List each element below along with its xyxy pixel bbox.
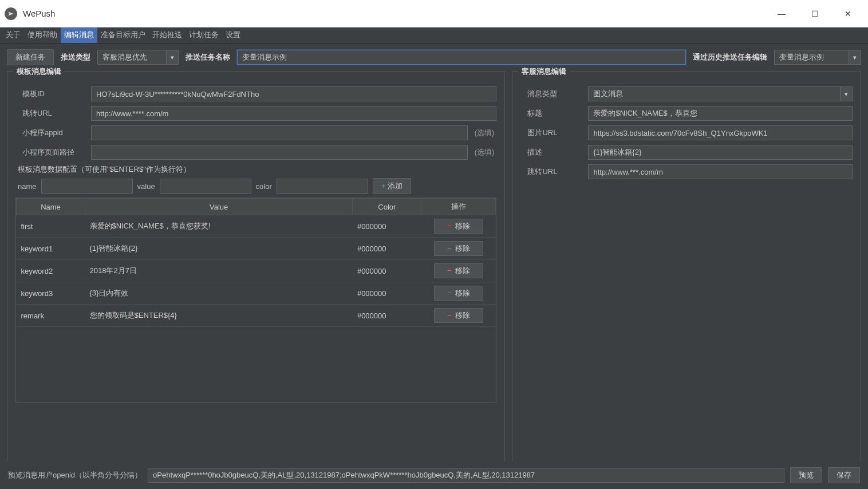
- cell-color: #000000: [353, 238, 421, 260]
- window-title: WePush: [23, 9, 55, 18]
- app-logo-icon: [5, 7, 17, 20]
- menu-settings[interactable]: 设置: [222, 27, 244, 43]
- cell-color: #000000: [353, 260, 421, 282]
- toolbar: 新建任务 推送类型 客服消息优先 推送任务名称 通过历史推送任务编辑 变量消息示…: [0, 44, 868, 71]
- template-id-label: 模板ID: [15, 89, 86, 99]
- chevron-down-icon[interactable]: [840, 86, 853, 101]
- cell-name: keyword2: [17, 260, 85, 282]
- pic-url-label: 图片URL: [520, 128, 583, 138]
- msg-type-label: 消息类型: [520, 89, 583, 99]
- remove-button[interactable]: −移除: [434, 308, 483, 323]
- remove-button[interactable]: −移除: [434, 286, 483, 301]
- add-button-label: 添加: [388, 182, 403, 190]
- table-row[interactable]: first亲爱的$NICK_NAME$，恭喜您获奖!#000000−移除: [17, 215, 496, 238]
- jump-url-label: 跳转URL: [15, 108, 86, 119]
- history-label: 通过历史推送任务编辑: [693, 52, 767, 62]
- optional-hint: (选填): [472, 128, 497, 138]
- desc-label: 描述: [520, 147, 583, 157]
- task-name-label: 推送任务名称: [186, 52, 230, 62]
- cell-name: first: [17, 215, 85, 238]
- optional-hint-2: (选填): [472, 147, 497, 157]
- remove-button[interactable]: −移除: [434, 263, 483, 278]
- task-name-input[interactable]: [237, 50, 686, 65]
- titlebar: WePush — ☐ ✕: [0, 0, 868, 27]
- minus-icon: −: [447, 266, 452, 275]
- history-value: 变量消息示例: [774, 50, 849, 65]
- chevron-down-icon[interactable]: [166, 50, 179, 65]
- menu-about[interactable]: 关于: [2, 27, 24, 43]
- minus-icon: −: [447, 311, 452, 320]
- minus-icon: −: [447, 289, 452, 297]
- value-field-label: value: [135, 182, 157, 191]
- table-row[interactable]: keyword3{3}日内有效#000000−移除: [17, 282, 496, 305]
- minus-icon: −: [447, 244, 452, 253]
- cell-value: {1}智能冰箱{2}: [85, 238, 353, 260]
- save-button[interactable]: 保存: [828, 467, 860, 483]
- config-hint: 模板消息数据配置（可使用"$ENTER$"作为换行符）: [18, 164, 496, 175]
- color-field-label: color: [254, 182, 274, 191]
- mini-appid-label: 小程序appid: [15, 128, 86, 138]
- col-color: Color: [353, 199, 421, 215]
- kefu-jump-url-label: 跳转URL: [520, 167, 583, 177]
- kefu-panel-title: 客服消息编辑: [518, 66, 570, 77]
- add-button[interactable]: +添加: [373, 178, 412, 194]
- push-type-value: 客服消息优先: [97, 50, 166, 65]
- preview-openid-label: 预览消息用户openid（以半角分号分隔）: [8, 470, 142, 480]
- mini-path-label: 小程序页面路径: [15, 147, 86, 157]
- pic-url-input[interactable]: [588, 125, 853, 140]
- cell-name: keyword1: [17, 238, 85, 260]
- preview-openid-input[interactable]: [148, 468, 784, 483]
- cell-color: #000000: [353, 305, 421, 327]
- cell-value: {3}日内有效: [85, 282, 353, 305]
- minimize-button[interactable]: —: [766, 0, 797, 27]
- preview-button[interactable]: 预览: [790, 467, 822, 483]
- menu-help[interactable]: 使用帮助: [24, 27, 61, 43]
- name-field-label: name: [15, 182, 39, 191]
- desc-input[interactable]: [588, 145, 853, 160]
- cell-color: #000000: [353, 215, 421, 238]
- col-action: 操作: [421, 199, 496, 215]
- msg-type-select[interactable]: 图文消息: [588, 86, 853, 101]
- plus-icon: +: [381, 182, 386, 190]
- template-panel-title: 模板消息编辑: [13, 66, 65, 77]
- push-type-select[interactable]: 客服消息优先: [97, 50, 179, 65]
- menubar: 关于 使用帮助 编辑消息 准备目标用户 开始推送 计划任务 设置: [0, 27, 868, 44]
- menu-scheduled[interactable]: 计划任务: [186, 27, 222, 43]
- maximize-button[interactable]: ☐: [799, 0, 830, 27]
- cell-value: 亲爱的$NICK_NAME$，恭喜您获奖!: [85, 215, 353, 238]
- menu-start-push[interactable]: 开始推送: [149, 27, 186, 43]
- color-field-input[interactable]: [277, 179, 368, 194]
- jump-url-input[interactable]: [91, 106, 496, 121]
- remove-button[interactable]: −移除: [434, 219, 483, 234]
- close-button[interactable]: ✕: [833, 0, 863, 27]
- kefu-title-label: 标题: [520, 108, 583, 119]
- template-id-input[interactable]: [91, 86, 496, 101]
- mini-path-input[interactable]: [91, 145, 468, 160]
- template-data-table: Name Value Color 操作 first亲爱的$NICK_NAME$，…: [16, 198, 496, 327]
- template-panel: 模板消息编辑 模板ID 跳转URL 小程序appid (选填) 小程序页面路径 …: [7, 71, 505, 466]
- cell-name: remark: [17, 305, 85, 327]
- push-type-label: 推送类型: [61, 52, 90, 62]
- col-value: Value: [85, 199, 353, 215]
- minus-icon: −: [447, 222, 452, 230]
- chevron-down-icon[interactable]: [849, 50, 861, 65]
- cell-name: keyword3: [17, 282, 85, 305]
- kefu-panel: 客服消息编辑 消息类型 图文消息 标题 图片URL 描述 跳转URL: [512, 71, 861, 466]
- menu-edit-message[interactable]: 编辑消息: [61, 27, 97, 43]
- menu-target-users[interactable]: 准备目标用户: [97, 27, 149, 43]
- mini-appid-input[interactable]: [91, 125, 468, 140]
- value-field-input[interactable]: [160, 179, 251, 194]
- remove-button[interactable]: −移除: [434, 241, 483, 256]
- msg-type-value: 图文消息: [588, 86, 840, 101]
- table-row[interactable]: keyword1{1}智能冰箱{2}#000000−移除: [17, 238, 496, 260]
- new-task-button[interactable]: 新建任务: [7, 49, 54, 65]
- name-field-input[interactable]: [41, 179, 133, 194]
- col-name: Name: [17, 199, 85, 215]
- table-row[interactable]: keyword22018年2月7日#000000−移除: [17, 260, 496, 282]
- table-row[interactable]: remark您的领取码是$ENTER${4}#000000−移除: [17, 305, 496, 327]
- footer: 预览消息用户openid（以半角分号分隔） 预览 保存: [0, 462, 868, 489]
- kefu-jump-url-input[interactable]: [588, 164, 853, 179]
- history-select[interactable]: 变量消息示例: [774, 50, 861, 65]
- cell-color: #000000: [353, 282, 421, 305]
- kefu-title-input[interactable]: [588, 106, 853, 121]
